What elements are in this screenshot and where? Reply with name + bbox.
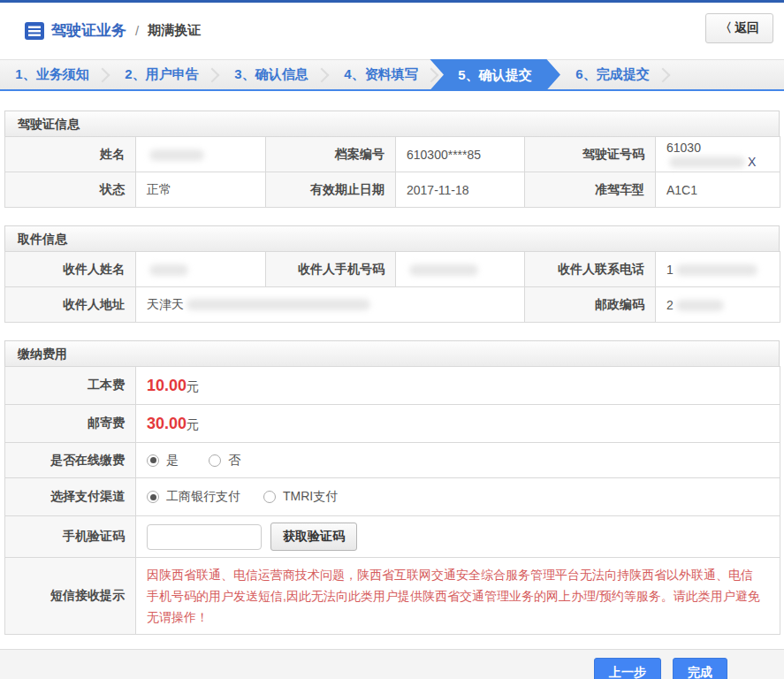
zip-code-label: 邮政编码 [525,287,656,323]
name-label: 姓名 [5,137,136,172]
redacted-value [676,300,724,311]
step-5-confirm-submit-active[interactable]: 5、确认提交 [430,59,560,91]
back-button[interactable]: 〈返回 [705,13,773,43]
radio-unchecked-icon[interactable] [209,454,221,467]
step-navigation: 1、业务须知 2、用户申告 3、确认信息 4、资料填写 5、确认提交 6、完成提… [0,59,784,91]
production-fee-label: 工本费 [5,367,136,405]
payment-table: 工本费 10.00元 邮寄费 30.00元 是否在线缴费 是 否 选择支付渠道 [4,366,780,635]
table-row: 工本费 10.00元 [5,367,780,405]
recipient-mobile-value [396,252,525,287]
license-number-prefix: 61030 [666,141,701,155]
step-3-confirm-info[interactable]: 3、确认信息 [219,66,323,83]
expiry-label: 有效期止日期 [266,172,396,208]
table-row: 收件人姓名 收件人手机号码 收件人联系电话 1 [5,252,780,287]
table-row: 收件人地址 天津天 邮政编码 2 [5,287,780,323]
table-row: 姓名 档案编号 610300****85 驾驶证号码 61030X [5,137,780,172]
captcha-input[interactable] [147,524,262,550]
channel-icbc-label: 工商银行支付 [166,489,240,505]
channel-tmri-option[interactable]: TMRI支付 [263,489,338,505]
step-4-fill-data[interactable]: 4、资料填写 [329,66,433,83]
sms-notice-label: 短信接收提示 [5,558,136,635]
file-number-label: 档案编号 [266,137,396,172]
page-title: 驾驶证业务 [51,20,126,41]
channel-icbc-option[interactable]: 工商银行支付 [147,489,240,505]
license-info-table: 姓名 档案编号 610300****85 驾驶证号码 61030X 状态 正常 … [4,136,780,208]
license-number-suffix: X [748,155,756,169]
table-row: 手机验证码 获取验证码 [5,516,780,558]
table-row: 选择支付渠道 工商银行支付 TMRI支付 [5,478,780,516]
page-subtitle: 期满换证 [148,22,201,39]
back-button-label: 返回 [735,20,759,34]
get-captcha-button[interactable]: 获取验证码 [270,523,357,551]
main-content: 驾驶证信息 姓名 档案编号 610300****85 驾驶证号码 61030X … [0,111,784,635]
online-payment-options: 是 否 [136,443,780,478]
table-row: 状态 正常 有效期止日期 2017-11-18 准驾车型 A1C1 [5,172,780,208]
file-number-value: 610300****85 [396,137,525,172]
name-value [136,137,266,172]
recipient-tel-label: 收件人联系电话 [525,252,656,287]
redacted-value [669,156,745,168]
table-row: 是否在线缴费 是 否 [5,443,780,478]
pickup-info-table: 收件人姓名 收件人手机号码 收件人联系电话 1 收件人地址 天津天 邮政编码 2 [4,251,780,323]
production-fee-value: 10.00元 [136,367,780,405]
radio-unchecked-icon[interactable] [263,491,276,503]
payment-channel-label: 选择支付渠道 [5,478,136,516]
page-header: 驾驶证业务 / 期满换证 〈返回 [0,3,784,59]
online-payment-yes-option[interactable]: 是 [147,453,179,469]
recipient-address-value: 天津天 [136,287,525,323]
sms-notice-text: 因陕西省联通、电信运营商技术问题，陕西省互联网交通安全综合服务管理平台无法向持陕… [147,558,771,634]
production-fee-amount: 10.00 [147,377,186,394]
license-section-title: 驾驶证信息 [4,111,780,137]
license-number-value: 61030X [656,137,780,172]
payment-channel-options: 工商银行支付 TMRI支付 [136,478,780,516]
mailing-fee-amount: 30.00 [147,415,186,432]
payment-section-title: 缴纳费用 [4,340,780,367]
table-row: 短信接收提示 因陕西省联通、电信运营商技术问题，陕西省互联网交通安全综合服务管理… [5,558,780,635]
mailing-fee-value: 30.00元 [136,405,780,443]
redacted-value [676,264,757,276]
zip-code-prefix: 2 [666,298,674,312]
license-info-section: 驾驶证信息 姓名 档案编号 610300****85 驾驶证号码 61030X … [4,111,780,208]
previous-step-button[interactable]: 上一步 [594,658,661,679]
step-2-user-declaration[interactable]: 2、用户申告 [110,66,214,83]
mailing-fee-label: 邮寄费 [5,405,136,443]
breadcrumb: 驾驶证业务 / 期满换证 [25,20,201,41]
online-no-label: 否 [228,453,240,469]
step-1-business-notes[interactable]: 1、业务须知 [0,66,104,83]
online-payment-no-option[interactable]: 否 [209,453,240,469]
chevron-left-icon: 〈 [719,20,732,34]
recipient-name-value [136,252,266,287]
finish-button[interactable]: 完成 [673,658,727,679]
pickup-section-title: 取件信息 [4,225,780,252]
captcha-cell: 获取验证码 [136,516,780,558]
online-payment-label: 是否在线缴费 [5,443,136,478]
footer-action-bar: 上一步 完成 [0,649,784,679]
recipient-mobile-label: 收件人手机号码 [266,252,396,287]
online-yes-label: 是 [166,453,179,469]
mailing-fee-unit: 元 [186,417,199,431]
recipient-tel-prefix: 1 [666,263,674,277]
captcha-label: 手机验证码 [5,516,136,558]
table-row: 邮寄费 30.00元 [5,405,780,443]
recipient-name-label: 收件人姓名 [5,252,136,287]
sms-notice-cell: 因陕西省联通、电信运营商技术问题，陕西省互联网交通安全综合服务管理平台无法向持陕… [136,558,780,635]
redacted-value [149,149,204,161]
vehicle-class-label: 准驾车型 [525,172,656,208]
recipient-tel-value: 1 [656,252,780,287]
status-label: 状态 [5,172,136,208]
redacted-value [409,264,478,276]
step-6-complete-submit[interactable]: 6、完成提交 [560,66,665,83]
production-fee-unit: 元 [186,379,199,393]
document-list-icon [25,22,44,40]
recipient-address-label: 收件人地址 [5,287,136,323]
radio-checked-icon[interactable] [147,454,159,467]
recipient-address-prefix: 天津天 [147,297,184,311]
expiry-value: 2017-11-18 [396,172,525,208]
redacted-value [186,299,370,310]
pickup-info-section: 取件信息 收件人姓名 收件人手机号码 收件人联系电话 1 收件人地址 天津天 邮… [4,225,780,323]
license-number-label: 驾驶证号码 [525,137,656,172]
status-value: 正常 [136,172,266,208]
payment-section: 缴纳费用 工本费 10.00元 邮寄费 30.00元 是否在线缴费 是 否 [4,340,780,635]
vehicle-class-value: A1C1 [656,172,780,208]
radio-checked-icon[interactable] [147,491,159,503]
